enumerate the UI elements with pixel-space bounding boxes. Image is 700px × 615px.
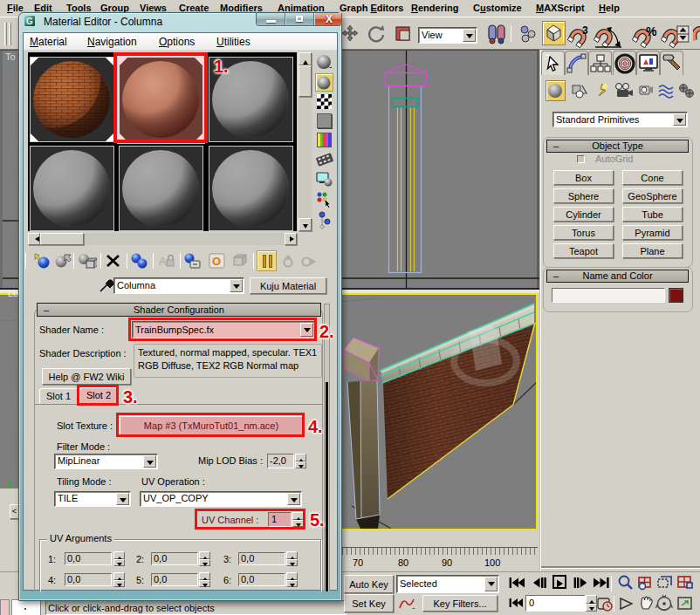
svg-text:A: A [159, 255, 167, 268]
svg-text:O: O [212, 255, 221, 268]
svg-text:3: 3 [582, 24, 588, 37]
svg-text:%: % [646, 24, 657, 38]
